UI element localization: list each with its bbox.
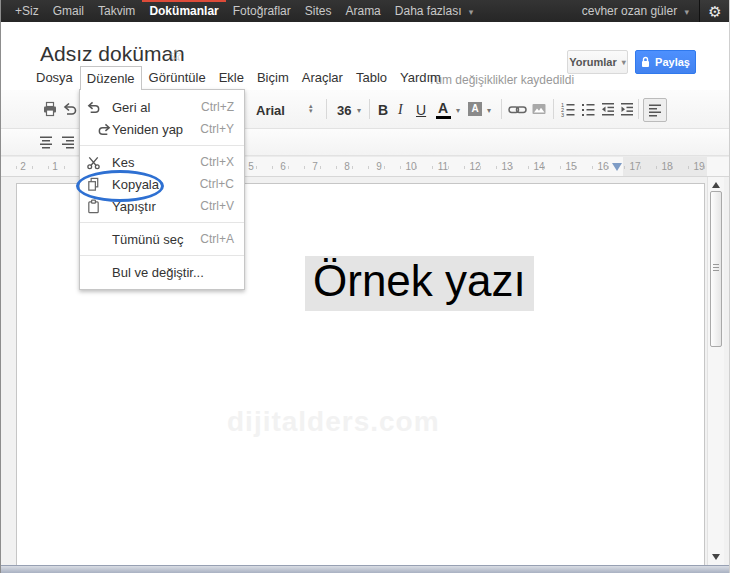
edit-dropdown-menu: Geri al Ctrl+Z Yeniden yap Ctrl+Y [79,89,245,290]
ruler-number: 15 [565,161,577,172]
ruler-number: 1 [49,161,61,172]
menu-goruntule[interactable]: Görüntüle [143,66,212,90]
menu-item-label: Kes [112,155,200,170]
italic-button[interactable]: I [398,102,403,118]
caret-down-icon[interactable]: ▾ [456,106,460,115]
align-left-icon [647,102,663,118]
toolbar-separator [501,99,502,119]
font-family-select[interactable]: Arial [256,103,285,118]
menu-item-yapistir[interactable]: Yapıştır Ctrl+V [80,195,244,217]
font-size-select[interactable]: 36 [337,103,351,118]
ruler-number: 9 [373,161,385,172]
scroll-down-arrow-icon[interactable] [712,554,720,560]
menu-item-kopyala[interactable]: Kopyala Ctrl+C [80,173,244,195]
ruler-number: 14 [533,161,545,172]
align-right-icon[interactable] [60,134,76,150]
bold-button[interactable]: B [378,102,388,118]
toolbar-separator [369,99,370,119]
right-margin-marker[interactable] [612,163,622,171]
menu-bicim[interactable]: Biçim [251,66,295,90]
menu-araclar[interactable]: Araçlar [296,66,349,90]
align-left-button[interactable] [643,98,667,122]
nav-daha-fazlasi[interactable]: Daha fazlası ▾ [388,0,481,22]
scroll-up-arrow-icon[interactable] [712,182,720,188]
nav-fotograflar[interactable]: Fotoğraflar [226,0,298,22]
nav-plus-siz[interactable]: +Siz [8,0,46,22]
gear-icon: ⚙ [708,4,721,19]
menu-item-label: Yeniden yap [112,122,200,137]
align-center-icon[interactable] [38,134,54,150]
nav-arama[interactable]: Arama [338,0,387,22]
clipboard-icon [86,199,101,214]
menu-yardim[interactable]: Yardım [394,66,447,90]
insert-image-icon[interactable] [531,101,547,117]
nav-dokumanlar[interactable]: Dokümanlar [142,0,225,22]
google-nav: +Siz Gmail Takvim Dokümanlar Fotoğraflar… [0,0,480,22]
ruler-number: 19 [693,161,705,172]
watermark-text: dijitalders.com [227,406,440,438]
comments-button[interactable]: Yorumlar ▾ [567,50,628,74]
menu-ekle[interactable]: Ekle [213,66,250,90]
document-text-selected[interactable]: Örnek yazı [305,256,534,311]
bulleted-list-icon[interactable] [580,101,596,117]
toolbar-separator [326,99,327,119]
menu-bar: Dosya Düzenle Görüntüle Ekle Biçim Araçl… [30,66,448,91]
ruler-number: 18 [661,161,673,172]
print-icon[interactable] [42,101,58,117]
window-bottom-bar [0,565,730,573]
redo-icon [97,122,112,137]
share-button[interactable]: Paylaş [635,50,696,74]
underline-button[interactable]: U [416,102,426,118]
undo-icon[interactable] [62,101,78,117]
menu-item-kes[interactable]: Kes Ctrl+X [80,151,244,173]
menu-item-shortcut: Ctrl+A [200,232,234,246]
settings-button[interactable]: ⚙ [699,0,730,22]
menu-item-bul-ve-degistir[interactable]: Bul ve değiştir... [80,261,244,283]
toolbar-separator [638,99,639,119]
svg-text:3: 3 [561,112,564,117]
menu-item-label: Bul ve değiştir... [112,265,234,280]
vertical-scrollbar[interactable] [707,177,724,565]
ruler-number: 7 [309,161,321,172]
chevron-down-icon: ▾ [684,7,689,17]
menu-item-tumunu-sec[interactable]: Tümünü seç Ctrl+A [80,228,244,250]
highlight-color-button[interactable]: A [468,102,482,116]
google-docs-window: +Siz Gmail Takvim Dokümanlar Fotoğraflar… [0,0,730,573]
copy-icon [86,177,101,192]
menu-item-shortcut: Ctrl+V [200,199,234,213]
account-name: cevher ozan güler [582,4,677,18]
caret-down-icon[interactable]: ▾ [357,106,361,115]
menu-dosya[interactable]: Dosya [30,66,79,90]
nav-sites[interactable]: Sites [298,0,339,22]
text-color-button[interactable]: A [438,100,448,116]
indent-icon[interactable] [619,101,635,117]
scrollbar-thumb[interactable] [710,191,722,347]
caret-down-icon: ▾ [309,108,313,113]
nav-gmail[interactable]: Gmail [46,0,91,22]
nav-daha-fazlasi-label: Daha fazlası [395,4,462,18]
menu-item-shortcut: Ctrl+C [200,177,234,191]
menu-item-geri-al[interactable]: Geri al Ctrl+Z [80,96,244,118]
insert-link-icon[interactable] [508,102,527,118]
menu-duzenle[interactable]: Düzenle [80,66,142,90]
account-menu[interactable]: cevher ozan güler ▾ [572,0,699,22]
menu-separator [80,255,244,256]
ruler-number: 5 [245,161,257,172]
caret-down-icon[interactable]: ▾ [487,106,491,115]
outdent-icon[interactable] [600,101,616,117]
ruler-number: 6 [277,161,289,172]
scissors-icon [86,155,101,170]
numbered-list-icon[interactable]: 123 [560,101,576,117]
nav-takvim[interactable]: Takvim [91,0,142,22]
document-title[interactable]: Adsız doküman [40,42,185,66]
font-family-spinner[interactable]: ▴ ▾ [309,103,313,113]
ruler-number: 16 [597,161,609,172]
window-left-edge [0,0,1,573]
menu-item-yeniden-yap[interactable]: Yeniden yap Ctrl+Y [80,118,244,140]
google-top-bar: +Siz Gmail Takvim Dokümanlar Fotoğraflar… [0,0,730,22]
ruler-number: 17 [629,161,641,172]
star-icon[interactable]: ☆ [168,45,183,66]
menu-item-label: Yapıştır [112,199,200,214]
ruler-number: 10 [405,161,417,172]
menu-tablo[interactable]: Tablo [350,66,393,90]
